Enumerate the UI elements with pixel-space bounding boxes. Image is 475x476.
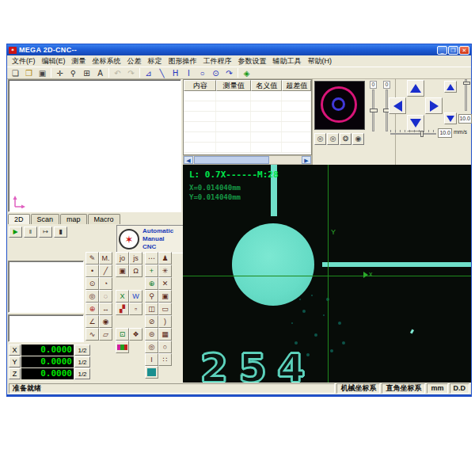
toolbar-measure-line-button[interactable]: ╲ [155, 67, 169, 78]
menu-item[interactable]: 辅助工具 [270, 56, 305, 67]
jog-right-button[interactable] [425, 97, 443, 114]
dots-grid-icon[interactable]: ∷ [158, 353, 172, 366]
lamp-spot-button[interactable]: ◉ [352, 133, 364, 145]
no-entry-icon[interactable]: ⊘ [145, 315, 158, 328]
menu-item[interactable]: 编辑(E) [39, 56, 69, 67]
note-box-icon[interactable]: ▫ [129, 303, 142, 315]
word-export-icon[interactable]: W [129, 290, 142, 303]
toolbar-measure-width-button[interactable]: H [169, 67, 182, 78]
cross-circle-tool-icon[interactable]: ⊕ [86, 303, 99, 315]
scroll-thumb[interactable] [194, 156, 269, 164]
xy-speed-slider[interactable] [390, 130, 436, 137]
lamp-ring-outer-button[interactable]: ◎ [314, 133, 326, 145]
small-circle-icon[interactable]: ○ [158, 341, 172, 353]
menu-item[interactable]: 测量 [69, 56, 89, 67]
feature-list-box[interactable] [8, 261, 84, 313]
xy-speed-thumb[interactable] [420, 131, 424, 137]
axis-z-button[interactable]: Z [9, 368, 21, 379]
angle-tool-icon[interactable]: ∠ [86, 315, 99, 328]
half-button[interactable]: 1/2 [74, 356, 90, 367]
graphics-view-2d[interactable] [8, 79, 181, 212]
half-button[interactable]: 1/2 [74, 368, 90, 379]
delete-cross-icon[interactable]: ✕ [158, 277, 172, 290]
excel-export-icon[interactable]: X [116, 290, 129, 303]
playback-pause-button[interactable]: ‖ [24, 227, 37, 238]
pick-zoom-icon[interactable]: ⊕ [145, 277, 158, 290]
jog-step-icon[interactable]: js [129, 252, 142, 265]
jog-z-up-button[interactable] [444, 81, 457, 93]
lamp-slider-1-track[interactable] [372, 89, 374, 131]
menu-item[interactable]: 工件程序 [200, 56, 235, 67]
toolbar-measure-angle-button[interactable]: ⊿ [142, 67, 155, 78]
active-color-swatch-icon[interactable] [145, 366, 158, 379]
ellipse-tool-icon[interactable]: ◎ [86, 290, 99, 303]
toolbar-run-button[interactable]: ◈ [240, 67, 253, 78]
toolbar-measure-height-button[interactable]: I [182, 67, 196, 78]
ibeam-icon[interactable]: I [145, 353, 158, 366]
toolbar-probe-cross-button[interactable]: ✛ [53, 67, 66, 78]
hat-marker-icon[interactable]: ♟ [158, 252, 172, 265]
more-options-icon[interactable]: ⋯ [145, 252, 158, 265]
toolbar-measure-arc-button[interactable]: ↷ [222, 67, 236, 78]
frame-rect-icon[interactable]: ▭ [158, 303, 172, 315]
lamp-slider-1[interactable]: 0 [367, 81, 379, 131]
tab-map[interactable]: map [60, 214, 87, 224]
marker-tool-icon[interactable]: M. [99, 252, 112, 265]
title-bar[interactable]: ✶ MEGA 2D-CNC-- _ ❐ ✕ [7, 44, 471, 55]
z-speed-thumb[interactable] [463, 82, 470, 85]
jog-left-button[interactable] [389, 97, 406, 114]
jog-up-button[interactable] [407, 80, 424, 97]
menu-item[interactable]: 标定 [145, 56, 165, 67]
menu-item[interactable]: 帮助(H) [305, 56, 336, 67]
polygon-tool-icon[interactable]: ▱ [99, 328, 112, 341]
table-hscrollbar[interactable]: ◀ ▶ [183, 155, 312, 165]
color-bar-icon[interactable] [116, 341, 129, 353]
toolbar-save-button[interactable]: ▣ [36, 67, 49, 78]
oval-ring-icon[interactable]: ◎ [145, 341, 158, 353]
column-header[interactable]: 测量值 [216, 80, 250, 91]
lamp-ring-inner-button[interactable]: ◎ [327, 133, 339, 145]
reset-omega-icon[interactable]: Ω [129, 265, 142, 277]
xy-speed-value[interactable]: 10.0 [438, 128, 452, 138]
add-point-icon[interactable]: + [145, 265, 158, 277]
image-grid-icon[interactable]: ◫ [145, 303, 158, 315]
playback-step-button[interactable]: ↦ [39, 227, 52, 238]
ellipse-horizontal-icon[interactable]: ⊜ [145, 328, 158, 341]
live-video-view[interactable]: Y x L: 0.7X------M:28 X=0.014040mm Y=0.0… [183, 165, 471, 383]
menu-item[interactable]: 坐标系统 [89, 56, 124, 67]
z-speed-value[interactable]: 10.0 [458, 114, 472, 124]
star-burst-icon[interactable]: ✳ [158, 265, 172, 277]
zoom-fit-icon[interactable]: ❖ [129, 328, 142, 341]
tab-scan[interactable]: Scan [31, 214, 60, 224]
jog-down-button[interactable] [407, 115, 424, 131]
toolbar-measure-circle-button[interactable]: ○ [196, 67, 209, 78]
message-list-box[interactable] [8, 314, 84, 342]
tab-macro[interactable]: Macro [88, 214, 120, 224]
magnifier-icon[interactable]: ⚲ [145, 290, 158, 303]
playback-stop-button[interactable]: ▮ [54, 227, 67, 238]
axis-x-button[interactable]: X [9, 345, 21, 356]
save-results-icon[interactable]: ▣ [116, 265, 129, 277]
jog-one-icon[interactable]: jo [116, 252, 129, 265]
toolbar-open-button[interactable]: ❐ [22, 67, 36, 78]
scroll-left-arrow[interactable]: ◀ [184, 156, 193, 164]
jog-z-down-button[interactable] [444, 112, 457, 124]
toolbar-measure-circle-center-button[interactable]: ⊙ [209, 67, 222, 78]
toolbar-zoom-button[interactable]: ⚲ [66, 67, 80, 78]
restore-button[interactable]: ❐ [448, 46, 458, 55]
playback-play-button[interactable]: ▶ [9, 227, 22, 238]
report-icon[interactable]: ▞ [116, 303, 129, 315]
pen-tool-icon[interactable]: ✎ [86, 252, 99, 265]
lamp-slider-2-track[interactable] [386, 89, 388, 131]
point-tool-icon[interactable]: • [86, 265, 99, 277]
half-button[interactable]: 1/2 [74, 345, 90, 356]
column-header[interactable]: 超差值 [282, 80, 311, 91]
lamp-slider-1-thumb[interactable] [370, 109, 378, 112]
axis-y-button[interactable]: Y [9, 356, 21, 367]
tab-2d[interactable]: 2D [8, 214, 30, 224]
menu-item[interactable]: 公差 [124, 56, 145, 67]
toolbar-grid-view-button[interactable]: ⊞ [80, 67, 93, 78]
menu-item[interactable]: 参数设置 [235, 56, 270, 67]
close-button[interactable]: ✕ [459, 46, 469, 55]
distance-tool-icon[interactable]: ↔ [99, 303, 112, 315]
